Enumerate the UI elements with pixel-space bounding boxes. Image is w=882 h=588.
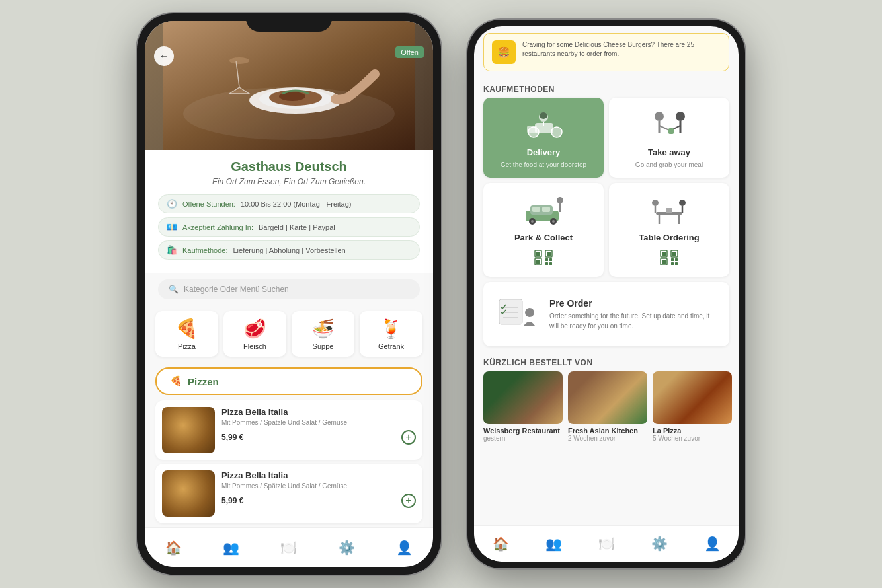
menu-item-2-info: Pizza Bella Italia Mit Pommes / Spätzle …: [221, 470, 416, 517]
park-collect-svg: [520, 192, 567, 229]
payment-badge: 💶 Akzeptiert Zahlung In: Bargeld | Karte…: [158, 217, 420, 237]
svg-point-26: [552, 220, 555, 223]
pre-order-info: Pre Order Order something for the future…: [549, 298, 719, 331]
add-item-2-button[interactable]: +: [401, 494, 416, 508]
svg-point-6: [229, 57, 249, 64]
svg-rect-54: [662, 260, 666, 264]
svg-point-24: [531, 220, 534, 223]
svg-point-46: [679, 200, 686, 206]
svg-rect-58: [675, 262, 678, 265]
svg-rect-57: [671, 262, 674, 265]
right-phone-content: 🍔 Craving for some Delicious Cheese Burg…: [474, 26, 739, 562]
meat-icon: 🥩: [243, 318, 266, 340]
table-ordering-illustration: [646, 192, 692, 229]
menu-item-1: Pizza Bella Italia Mit Pommes / Spätzle …: [155, 400, 422, 460]
promo-banner: 🍔 Craving for some Delicious Cheese Burg…: [483, 33, 729, 71]
bottom-nav-left: 🏠 👥 🍽️ ⚙️ 👤: [145, 527, 433, 567]
park-collect-card[interactable]: Park & Collect: [483, 183, 604, 277]
search-bar[interactable]: 🔍 Kategorie Oder Menü Suchen: [158, 279, 420, 299]
recent-img-1: [483, 371, 563, 424]
open-badge: Offen: [395, 46, 424, 58]
menu-item-1-image: [162, 407, 215, 453]
svg-rect-32: [536, 252, 540, 256]
recent-item-1[interactable]: Weissberg Restaurant gestern: [483, 371, 563, 442]
nav-food-icon[interactable]: 🍽️: [280, 540, 297, 556]
payment-icon: 💶: [167, 222, 177, 232]
restaurant-hero: ← Offen: [145, 21, 433, 150]
nav-right-profile-icon[interactable]: 👤: [704, 536, 721, 552]
nav-home-icon[interactable]: 🏠: [165, 540, 182, 556]
restaurant-info: Gasthaus Deutsch Ein Ort Zum Essen, Ein …: [145, 150, 433, 273]
category-fleisch[interactable]: 🥩 Fleisch: [223, 311, 286, 357]
left-phone: ← Offen Gasthaus Deutsch Ein Ort Zum Ess…: [137, 13, 441, 575]
nav-filter-icon[interactable]: ⚙️: [339, 540, 355, 556]
svg-rect-50: [662, 252, 666, 256]
nav-people-icon[interactable]: 👥: [223, 540, 239, 556]
right-phone-screen: 🍔 Craving for some Delicious Cheese Burg…: [474, 26, 739, 562]
svg-rect-20: [668, 128, 674, 134]
nav-right-filter-icon[interactable]: ⚙️: [651, 536, 668, 552]
svg-line-16: [659, 126, 669, 130]
svg-rect-10: [527, 126, 537, 133]
takeaway-illustration: [646, 107, 692, 143]
recent-item-2[interactable]: Fresh Asian Kitchen 2 Wochen zuvor: [568, 371, 647, 442]
nav-right-people-icon[interactable]: 👥: [545, 536, 562, 552]
menu-item-1-info: Pizza Bella Italia Mit Pommes / Spätzle …: [221, 407, 416, 453]
menu-item-2-image: [162, 470, 215, 517]
pre-order-illustration: [494, 293, 540, 336]
svg-rect-27: [532, 207, 540, 212]
recent-img-3: [653, 371, 732, 424]
recent-item-3[interactable]: La Pizza 5 Wochen zuvor: [653, 371, 732, 442]
kaufmethoden-heading: KAUFMETHODEN: [474, 78, 739, 98]
search-icon: 🔍: [169, 285, 179, 294]
pizzen-section-button[interactable]: 🍕 Pizzen: [155, 367, 422, 395]
category-pizza[interactable]: 🍕 Pizza: [155, 311, 218, 357]
add-item-1-button[interactable]: +: [401, 430, 416, 445]
bag-icon: 🛍️: [167, 245, 177, 255]
right-phone: 🍔 Craving for some Delicious Cheese Burg…: [467, 20, 745, 568]
back-button[interactable]: ←: [154, 46, 174, 66]
restaurant-tagline: Ein Ort Zum Essen, Ein Ort Zum Genießen.: [158, 177, 420, 186]
svg-rect-34: [547, 252, 551, 256]
delivery-svg: [520, 107, 567, 143]
left-phone-content: ← Offen Gasthaus Deutsch Ein Ort Zum Ess…: [145, 21, 433, 567]
nav-right-home-icon[interactable]: 🏠: [493, 536, 509, 552]
qr-icon-park: [534, 249, 553, 265]
kaufmethoden-grid: Delivery Get the food at your doorstep: [474, 98, 739, 277]
svg-point-44: [652, 200, 659, 206]
svg-rect-56: [675, 258, 678, 261]
clock-icon: 🕙: [167, 199, 177, 209]
category-grid: 🍕 Pizza 🥩 Fleisch 🍜 Suppe 🍹 Getränk: [145, 306, 433, 362]
drink-icon: 🍹: [380, 318, 403, 340]
delivery-illustration: [520, 107, 567, 143]
table-ordering-svg: [646, 192, 692, 229]
notch: [246, 13, 332, 32]
pizzen-icon: 🍕: [170, 375, 182, 387]
soup-icon: 🍜: [311, 318, 335, 340]
hours-badge: 🕙 Offene Stunden: 10:00 Bis 22:00 (Monta…: [158, 194, 420, 213]
pre-order-svg: [494, 293, 540, 336]
svg-rect-48: [666, 208, 672, 213]
nav-profile-icon[interactable]: 👤: [396, 540, 413, 556]
category-suppe[interactable]: 🍜 Suppe: [292, 311, 354, 357]
svg-rect-28: [542, 207, 550, 212]
table-ordering-card[interactable]: Table Ordering: [609, 183, 729, 277]
svg-rect-52: [672, 252, 676, 256]
promo-icon: 🍔: [492, 40, 516, 64]
pizza-icon: 🍕: [175, 318, 198, 340]
takeaway-card[interactable]: Take away Go and grab your meal: [609, 98, 729, 178]
hero-illustration: [163, 21, 415, 150]
svg-point-14: [655, 112, 664, 121]
pre-order-card[interactable]: Pre Order Order something for the future…: [483, 282, 729, 346]
method-badge: 🛍️ Kaufmethode: Lieferung | Abholung | V…: [158, 240, 420, 260]
category-getraenk[interactable]: 🍹 Getränk: [360, 311, 422, 357]
recent-img-2: [568, 371, 647, 424]
svg-point-29: [557, 197, 563, 203]
svg-point-17: [676, 112, 685, 121]
delivery-card[interactable]: Delivery Get the food at your doorstep: [483, 98, 604, 178]
nav-right-food-icon[interactable]: 🍽️: [598, 536, 615, 552]
svg-rect-55: [671, 258, 674, 261]
park-collect-illustration: [520, 192, 567, 229]
bottom-nav-right: 🏠 👥 🍽️ ⚙️ 👤: [474, 525, 739, 562]
takeaway-svg: [646, 107, 692, 143]
